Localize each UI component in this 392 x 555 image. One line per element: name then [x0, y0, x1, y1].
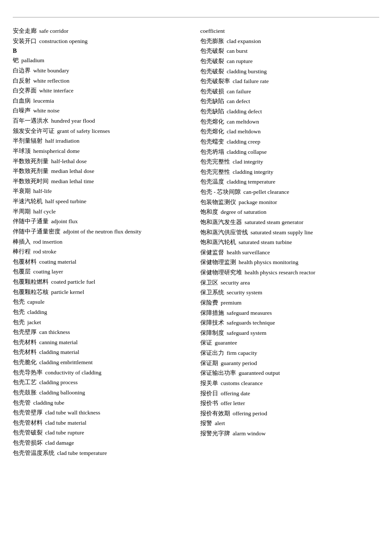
- list-item: 包壳熔化can meltdown: [200, 117, 379, 127]
- english-term: can burst: [227, 46, 248, 56]
- list-item: 半数致死剂量half-lethal dose: [13, 156, 192, 167]
- list-item: 包覆颗粒芯核particle kernel: [13, 287, 192, 297]
- chinese-term: 保险费: [200, 298, 218, 308]
- list-item: 包覆颗粒燃料coated particle fuel: [13, 277, 192, 287]
- chinese-term: 包壳破损: [200, 86, 224, 97]
- list-item: coefficient: [200, 26, 379, 36]
- english-term: median lethal time: [51, 176, 94, 187]
- chinese-term: 包覆颗粒燃料: [13, 277, 49, 287]
- english-term: cladding ballooning: [39, 388, 85, 398]
- list-item: 包装物监测仪package monitor: [200, 197, 379, 207]
- chinese-term: 包壳完整性: [200, 157, 230, 167]
- list-item: 半剂量辐射half irradiation: [13, 136, 192, 146]
- chinese-term: 白血病: [13, 96, 31, 106]
- chinese-term: 包壳工艺: [13, 377, 37, 388]
- chinese-term: 包壳管材料: [13, 418, 43, 428]
- english-term: safeguard measures: [227, 308, 272, 318]
- list-item: 报关单customs clearance: [200, 378, 379, 388]
- list-item: 半数致死剂量median lethal dose: [13, 166, 192, 176]
- list-item: 白反射white reflection: [13, 76, 192, 86]
- chinese-term: 包壳破裂: [200, 46, 224, 56]
- chinese-term: 保证期: [200, 358, 218, 368]
- english-term: adjoint flux: [51, 216, 78, 227]
- english-term: saturated steam supply line: [251, 227, 313, 238]
- list-item: 饱和蒸汽供应管线saturated steam supply line: [200, 227, 379, 238]
- list-item: 包壳管损坏clad damage: [13, 438, 192, 448]
- list-item: 包壳温度cladding temperature: [200, 177, 379, 187]
- list-item: 包壳缺陷cladding defect: [200, 106, 379, 117]
- english-term: safe corridor: [39, 26, 69, 36]
- english-term: can thickness: [39, 327, 70, 337]
- list-item: 保证输出功率guaranteed output: [200, 368, 379, 378]
- list-item: 伴随中子通量密度adjoint of the neutron flux dens…: [13, 227, 192, 237]
- list-item: 包壳管破裂clad tube rupture: [13, 428, 192, 438]
- top-divider: [13, 17, 379, 17]
- list-item: 包壳熔化clad meltdown: [200, 127, 379, 137]
- list-item: 安全走廊safe corridor: [13, 26, 192, 36]
- chinese-term: 包壳温度: [200, 177, 224, 187]
- list-item: 包壳jacket: [13, 317, 192, 328]
- list-item: 报警光字牌alarm window: [200, 428, 379, 439]
- chinese-term: 保障技术: [200, 318, 224, 328]
- english-term: clad tube temperature: [57, 448, 107, 458]
- list-item: 包壳cladding: [13, 307, 192, 317]
- list-item: 保健监督health surveillance: [200, 247, 379, 258]
- chinese-term: 报警: [200, 418, 212, 428]
- chinese-term: 白噪声: [13, 106, 31, 116]
- main-content: 安全走廊safe corridor安装开口construction openin…: [13, 26, 379, 458]
- chinese-term: 报价日: [200, 388, 218, 399]
- list-item: 包壳破裂cladding bursting: [200, 66, 379, 77]
- chinese-term: 保证输出功率: [200, 368, 236, 378]
- english-term: rod stroke: [33, 247, 56, 257]
- list-item: 白噪声white noise: [13, 106, 192, 116]
- english-term: health physics research reactor: [245, 267, 315, 278]
- english-term: saturated steam turbine: [239, 237, 292, 247]
- chinese-term: 保健物理研究堆: [200, 267, 242, 278]
- chinese-term: 包覆颗粒芯核: [13, 287, 49, 297]
- list-item: 包壳管温度系统clad tube temperature: [13, 448, 192, 458]
- list-item: 安装开口construction opening: [13, 36, 192, 46]
- chinese-term: 半数致死时间: [13, 176, 49, 187]
- list-item: 包壳完整性clad integrity: [200, 157, 379, 167]
- list-item: 保健物理监测health physics monitoring: [200, 257, 379, 267]
- list-item: 半速汽轮机half speed turbine: [13, 196, 192, 207]
- english-term: hemispherical dome: [33, 146, 80, 156]
- list-item: 饱和度degree of saturation: [200, 207, 379, 217]
- chinese-term: 保证: [200, 338, 212, 348]
- english-term: health surveillance: [227, 247, 270, 258]
- english-term: cladding temperature: [227, 177, 275, 187]
- list-item: 报价有效期offering period: [200, 408, 379, 419]
- english-term: guarantee: [215, 338, 237, 348]
- english-term: offering period: [233, 408, 267, 419]
- list-item: 半球顶hemispherical dome: [13, 146, 192, 156]
- chinese-term: 保障措施: [200, 308, 224, 318]
- english-term: coating layer: [33, 267, 63, 277]
- list-item: 保证guarantee: [200, 338, 379, 348]
- chinese-term: 安全走廊: [13, 26, 37, 36]
- list-item: 包壳蠕变cladding creep: [200, 137, 379, 147]
- chinese-term: 钯: [13, 55, 19, 66]
- english-term: clad tube rupture: [45, 428, 84, 438]
- english-term: can failure: [227, 86, 251, 97]
- list-item: 包壳缺陷can defect: [200, 96, 379, 106]
- english-term: premium: [221, 298, 242, 308]
- list-item: 伴随中子通量adjoint flux: [13, 216, 192, 227]
- list-item: 包壳坍塌cladding collapse: [200, 147, 379, 157]
- chinese-term: 半衰期: [13, 186, 31, 196]
- chinese-term: 颁发安全许可证: [13, 126, 55, 136]
- english-term: can defect: [227, 96, 250, 106]
- list-item: 棒行程rod stroke: [13, 247, 192, 257]
- list-item: 包壳壁厚can thickness: [13, 327, 192, 337]
- chinese-term: 饱和蒸汽供应管线: [200, 227, 248, 238]
- chinese-term: 包壳壁厚: [13, 327, 37, 337]
- list-item: 包壳脆化cladding embrittlement: [13, 357, 192, 368]
- list-item: 报价日offering date: [200, 388, 379, 399]
- list-item: 包壳破裂can rupture: [200, 56, 379, 66]
- chinese-term: 保健物理监测: [200, 257, 236, 267]
- list-item: 包覆层coating layer: [13, 267, 192, 277]
- english-term: cladding integrity: [233, 167, 274, 177]
- english-term: offering date: [221, 388, 250, 399]
- english-term: package monitor: [239, 197, 277, 207]
- list-item: 半周期half cycle: [13, 207, 192, 217]
- chinese-term: 保健监督: [200, 247, 224, 258]
